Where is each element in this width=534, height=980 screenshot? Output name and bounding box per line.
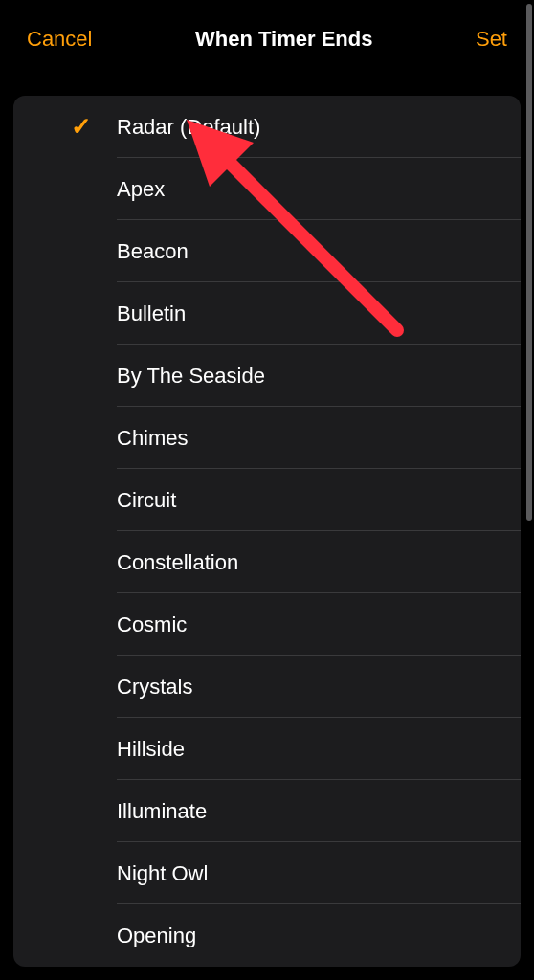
sound-item-radar[interactable]: ✓ Radar (Default)	[13, 96, 521, 158]
sound-list: ✓ Radar (Default) Apex Beacon Bulletin B…	[13, 96, 521, 967]
sound-item-label: Circuit	[63, 488, 176, 513]
sound-item-label: Illuminate	[63, 799, 207, 824]
sound-item-label: Chimes	[63, 426, 189, 451]
sound-item-illuminate[interactable]: Illuminate	[13, 780, 521, 842]
sound-item-label: Constellation	[63, 550, 238, 575]
sound-item-label: Beacon	[63, 239, 189, 264]
sound-item-nightowl[interactable]: Night Owl	[13, 842, 521, 904]
sound-item-label: Radar (Default)	[63, 115, 260, 140]
set-button[interactable]: Set	[476, 27, 507, 52]
header: Cancel When Timer Ends Set	[0, 0, 534, 69]
sound-item-constellation[interactable]: Constellation	[13, 531, 521, 593]
sound-item-seaside[interactable]: By The Seaside	[13, 345, 521, 407]
sound-item-apex[interactable]: Apex	[13, 158, 521, 220]
sound-item-circuit[interactable]: Circuit	[13, 469, 521, 531]
sound-item-label: Cosmic	[63, 612, 187, 637]
sound-item-opening[interactable]: Opening	[13, 904, 521, 967]
sound-item-bulletin[interactable]: Bulletin	[13, 282, 521, 345]
scrollbar-track	[526, 0, 532, 980]
sound-item-hillside[interactable]: Hillside	[13, 718, 521, 780]
sound-item-label: Apex	[63, 177, 165, 202]
sound-item-beacon[interactable]: Beacon	[13, 220, 521, 282]
sound-item-cosmic[interactable]: Cosmic	[13, 593, 521, 656]
sound-item-label: Crystals	[63, 675, 192, 700]
sound-item-label: Opening	[63, 924, 196, 948]
checkmark-icon: ✓	[71, 112, 92, 142]
sound-item-chimes[interactable]: Chimes	[13, 407, 521, 469]
scrollbar-thumb[interactable]	[526, 4, 532, 521]
sound-item-label: Hillside	[63, 737, 185, 762]
sound-item-crystals[interactable]: Crystals	[13, 656, 521, 718]
sound-item-label: Bulletin	[63, 301, 186, 326]
cancel-button[interactable]: Cancel	[27, 27, 92, 52]
sound-item-label: By The Seaside	[63, 364, 265, 389]
page-title: When Timer Ends	[195, 27, 372, 52]
sound-item-label: Night Owl	[63, 861, 208, 886]
